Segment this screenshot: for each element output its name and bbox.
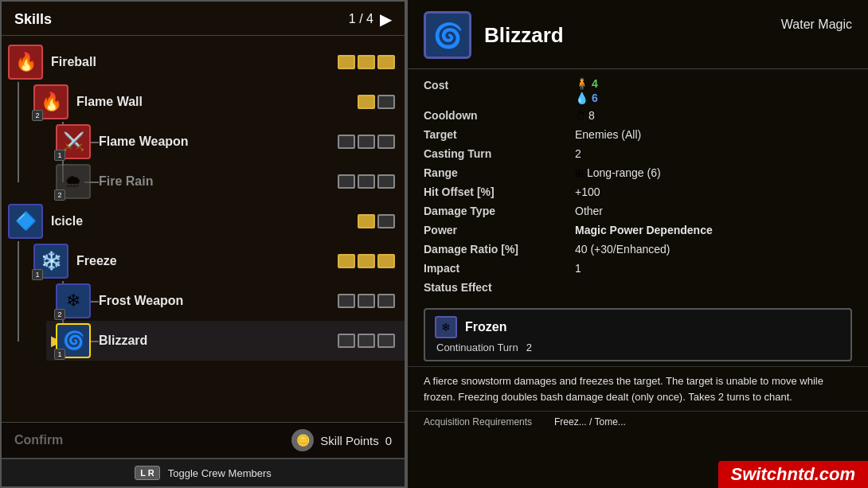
status-box-header: ❄ Frozen [435, 316, 841, 338]
skill-icon-icicle: 🔷 [8, 204, 43, 239]
freeze-subtree: ❄️ 1 Freeze ❄ 2 Frost Weapon [2, 241, 405, 361]
cost-values: 🧍 4 💧 6 [575, 77, 852, 104]
continuation-label: Continuation Turn [436, 342, 518, 353]
list-item[interactable]: 🔥 2 Flame Wall [24, 82, 405, 122]
continuation-value: 2 [526, 342, 532, 353]
status-effect-label: Status Effect [424, 279, 567, 295]
mp-icon: 💧 [575, 92, 588, 104]
stats-section: Cost 🧍 4 💧 6 Cooldown ⏱ 8 Target Enemies… [408, 69, 868, 303]
cost-label: Cost [424, 77, 567, 104]
skill-description: A fierce snowstorm damages and freezes t… [408, 366, 868, 411]
damage-ratio-value: 40 (+30/Enhanced) [575, 241, 852, 257]
skill-name-flameweapon: Flame Weapon [99, 135, 331, 149]
skill-slots-frostweapon [338, 294, 395, 308]
skill-points-icon: 🪙 [291, 429, 314, 451]
power-label: Power [424, 222, 567, 238]
casting-turn-label: Casting Turn [424, 146, 567, 162]
cost-mp: 💧 6 [575, 92, 852, 104]
list-item[interactable]: ❄️ 1 Freeze [24, 241, 405, 281]
cooldown-icon: ⏱ [575, 110, 585, 122]
range-label: Range [424, 165, 567, 181]
skill-icon-fireball: 🔥 [8, 45, 43, 80]
hit-offset-value: +100 [575, 184, 852, 200]
power-value: Magic Power Dependence [575, 222, 852, 238]
frost-weapon-subtree: ❄ 2 Frost Weapon ▶ 🌀 1 Blizzard [24, 281, 405, 361]
skill-points-section: 🪙 Skill Points 0 [291, 429, 392, 451]
skill-name-flamewall: Flame Wall [76, 95, 351, 109]
hit-offset-label: Hit Offset [%] [424, 184, 567, 200]
skill-name-firerain: Fire Rain [99, 174, 331, 189]
flame-weapon-subtree: ⚔️ 1 Flame Weapon 🌧 2 Fire Rain [24, 122, 405, 201]
acquisition-label: Acquisition Requirements [424, 416, 551, 427]
status-name: Frozen [465, 320, 506, 334]
list-item[interactable]: 🌧 2 Fire Rain [46, 162, 405, 201]
toggle-crew-label: Toggle Crew Members [168, 467, 272, 479]
damage-type-label: Damage Type [424, 203, 567, 219]
toggle-bar: L R Toggle Crew Members [2, 458, 405, 486]
page-number: 1 / 4 [349, 12, 373, 26]
detail-skill-name: Blizzard [484, 23, 564, 47]
target-value: Enemies (All) [575, 127, 852, 142]
acquisition-value: Freez... / Tome... [554, 416, 852, 427]
ap-icon: 🧍 [575, 77, 588, 90]
skill-slots-icicle [358, 214, 395, 228]
skills-title: Skills [14, 11, 52, 28]
status-detail-row: Continuation Turn 2 [435, 342, 841, 353]
cooldown-value-row: ⏱ 8 [575, 107, 852, 123]
skill-name-icicle: Icicle [51, 214, 351, 228]
range-value: Long-range (6) [587, 165, 661, 181]
cost-mp-value: 6 [592, 92, 598, 104]
skill-slots-freeze [338, 254, 395, 268]
skill-icon-frostweapon: ❄ 2 [56, 283, 91, 318]
skill-points-value: 0 [385, 434, 392, 447]
damage-type-value: Other [575, 203, 852, 219]
list-item[interactable]: 🔥 Fireball [2, 42, 405, 82]
skill-list: 🔥 Fireball 🔥 2 Flame Wall [2, 36, 405, 422]
skill-slots-flameweapon [338, 135, 395, 149]
frozen-icon: ❄ [435, 316, 457, 338]
acquisition-section: Acquisition Requirements Freez... / Tome… [408, 411, 868, 432]
bottom-bar: Confirm 🪙 Skill Points 0 [2, 422, 405, 458]
range-value-row: ⊞ Long-range (6) [575, 165, 852, 181]
detail-category: Water Magic [781, 18, 852, 32]
next-page-arrow[interactable]: ▶ [380, 10, 392, 29]
skill-name-freeze: Freeze [76, 254, 331, 268]
range-icon: ⊞ [575, 167, 584, 179]
list-item[interactable]: 🔷 Icicle [2, 201, 405, 241]
list-item[interactable]: ▶ 🌀 1 Blizzard [46, 321, 405, 361]
detail-skill-icon: 🌀 [424, 11, 471, 59]
skill-slots-flamewall [358, 95, 395, 109]
list-item[interactable]: ❄ 2 Frost Weapon [46, 281, 405, 321]
impact-label: Impact [424, 260, 567, 276]
damage-ratio-label: Damage Ratio [%] [424, 241, 567, 257]
level-badge: 2 [54, 309, 65, 320]
skill-icon-blizzard: 🌀 1 [56, 323, 91, 358]
skill-icon-flameweapon: ⚔️ 1 [56, 124, 91, 159]
level-badge: 1 [32, 269, 43, 280]
skill-icon-freeze: ❄️ 1 [33, 244, 68, 279]
skill-icon-firerain: 🌧 2 [56, 164, 91, 199]
skills-header: Skills 1 / 4 ▶ [2, 2, 405, 36]
confirm-button[interactable]: Confirm [14, 433, 63, 447]
right-panel: 🌀 Blizzard Water Magic Cost 🧍 4 💧 6 Cool… [406, 0, 868, 488]
impact-value: 1 [575, 260, 852, 276]
cost-ap-value: 4 [592, 77, 598, 90]
toggle-lr-button[interactable]: L R [135, 466, 160, 480]
skill-points-label: Skill Points [320, 434, 378, 447]
cooldown-label: Cooldown [424, 107, 567, 123]
casting-turn-value: 2 [575, 146, 852, 162]
flame-wall-subtree: 🔥 2 Flame Wall ⚔️ 1 Flame Weapon [2, 82, 405, 201]
skill-slots-blizzard [338, 334, 395, 348]
level-badge: 1 [54, 150, 65, 161]
skill-name-frostweapon: Frost Weapon [99, 294, 331, 308]
skill-name-fireball: Fireball [51, 55, 331, 69]
skill-slots-fireball [338, 55, 395, 69]
cost-ap: 🧍 4 [575, 77, 852, 90]
left-panel: Skills 1 / 4 ▶ 🔥 Fireball 🔥 2 Flame Wa [0, 0, 406, 488]
cooldown-value: 8 [588, 107, 595, 123]
watermark: Switchntd.com [718, 461, 868, 488]
level-badge: 1 [54, 349, 65, 360]
skill-slots-firerain [338, 174, 395, 189]
list-item[interactable]: ⚔️ 1 Flame Weapon [46, 122, 405, 162]
level-badge: 2 [54, 189, 65, 201]
